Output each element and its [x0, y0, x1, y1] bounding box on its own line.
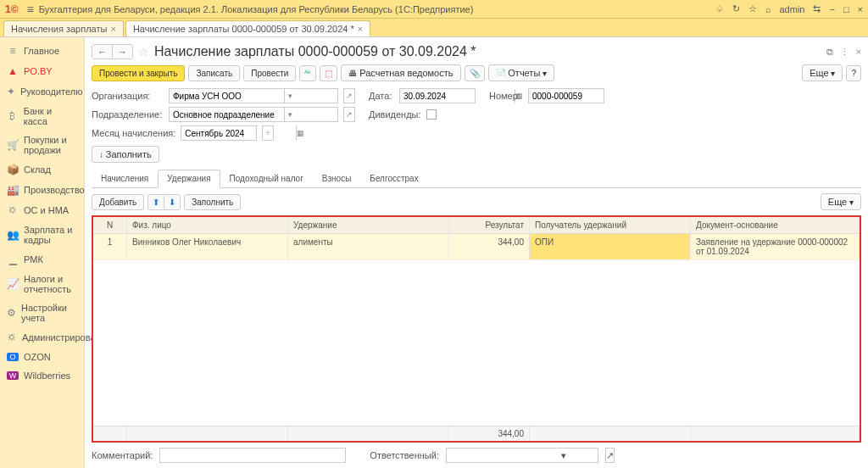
org-input-wrap: ▾ [169, 88, 338, 103]
row-podr: Подразделение: ▾ ↗ Дивиденды: [92, 105, 861, 124]
month-input[interactable] [181, 126, 296, 140]
more-icon[interactable]: ⋮ [840, 47, 849, 58]
th-uderzhanie[interactable]: Удержание [288, 217, 449, 233]
comment-row: Комментарий: Ответственный: ▾ ↗ [92, 443, 861, 468]
subtab-nachisleniya[interactable]: Начисления [92, 170, 158, 187]
month-stepper[interactable]: ÷ [262, 125, 274, 141]
content: ← → ☆ Начисление зарплаты 0000-000059 от… [85, 37, 868, 468]
open-resp-button[interactable]: ↗ [605, 448, 615, 463]
factory-icon: 🏭 [7, 184, 19, 196]
sidebar-item-settings[interactable]: ⚙Настройки учета [0, 298, 84, 327]
sidebar-item-ozon[interactable]: OOZON [0, 348, 84, 366]
sidebar-item-warehouse[interactable]: 📦Склад [0, 159, 84, 180]
nav-back-button[interactable]: ← [92, 45, 113, 58]
minimize-icon[interactable]: − [829, 4, 834, 14]
close-icon[interactable]: × [358, 24, 363, 34]
bank-icon: ₿ [7, 110, 19, 122]
resp-input[interactable] [447, 448, 561, 462]
search-icon[interactable]: ⌕ [765, 4, 771, 14]
number-input-wrap [528, 88, 604, 103]
sidebar-item-poby[interactable]: ▲PO.BY [0, 61, 84, 81]
dropdown-icon[interactable]: ▾ [284, 89, 296, 103]
cell-ud: алименты [288, 234, 449, 259]
dt-kt-button[interactable]: ᴬᵏ [299, 65, 316, 81]
fill-button[interactable]: ↓ Заполнить [92, 146, 159, 163]
tab-list[interactable]: Начисления зарплаты× [3, 20, 124, 36]
podr-input[interactable] [170, 108, 284, 121]
attach-button[interactable]: 📎 [465, 65, 485, 81]
month-input-wrap: ▦ [181, 125, 257, 141]
link-icon[interactable]: ⧉ [826, 47, 833, 58]
th-n[interactable]: N [93, 217, 127, 233]
maximize-icon[interactable]: □ [843, 4, 849, 14]
number-input[interactable] [529, 89, 643, 103]
sidebar-item-production[interactable]: 🏭Производство [0, 180, 84, 200]
tab-doc[interactable]: Начисление зарплаты 0000-000059 от 30.09… [125, 20, 370, 36]
rmk-icon: ▁ [7, 254, 19, 265]
comment-input[interactable] [160, 448, 275, 462]
ozon-icon: O [7, 353, 19, 361]
org-label: Организация: [92, 91, 164, 101]
fill-row: ↓ Заполнить [92, 142, 861, 166]
table-more-button[interactable]: Еще ▾ [821, 193, 861, 210]
th-fio[interactable]: Физ. лицо [127, 217, 288, 233]
close-icon[interactable]: × [858, 4, 863, 14]
history-icon[interactable]: ↻ [732, 3, 740, 14]
sidebar-item-bank[interactable]: ₿Банк и касса [0, 102, 84, 131]
add-button[interactable]: Добавить [92, 194, 144, 210]
open-org-button[interactable]: ↗ [343, 88, 355, 103]
zapisat-button[interactable]: Записать [188, 65, 240, 81]
date-input-wrap: ▦ [399, 88, 476, 103]
bell-icon[interactable]: ♤ [715, 3, 724, 14]
sidebar-item-os[interactable]: ⛭ОС и НМА [0, 200, 84, 220]
table: N Физ. лицо Удержание Результат Получате… [92, 215, 861, 443]
sidebar-item-wb[interactable]: WWildberries [0, 366, 84, 385]
star-icon[interactable]: ☆ [748, 3, 757, 14]
provesti-button[interactable]: Провести [243, 65, 296, 81]
settings-icon[interactable]: ⇆ [813, 3, 821, 14]
subtab-belgosstrakh[interactable]: Белгосстрах [360, 170, 427, 187]
nav-forward-button[interactable]: → [113, 45, 132, 58]
favorite-icon[interactable]: ☆ [138, 45, 149, 58]
poby-icon: ▲ [7, 65, 19, 77]
sidebar-item-rmk[interactable]: ▁РМК [0, 249, 84, 270]
tree-button[interactable]: ⬚ [320, 65, 337, 81]
th-poluchatel[interactable]: Получатель удержаний [530, 217, 691, 233]
sidebar-item-salary[interactable]: 👥Зарплата и кадры [0, 220, 84, 249]
th-result[interactable]: Результат [449, 217, 530, 233]
sidebar-item-tax[interactable]: 📈Налоги и отчетность [0, 270, 84, 298]
subtab-uderzhaniya[interactable]: Удержания [158, 170, 220, 188]
open-podr-button[interactable]: ↗ [343, 107, 355, 122]
close-icon[interactable]: × [110, 24, 115, 34]
table-row[interactable]: 1 Винников Олег Николаевич алименты 344,… [93, 234, 860, 260]
cell-fio: Винников Олег Николаевич [127, 234, 288, 259]
fill-table-button[interactable]: Заполнить [184, 194, 241, 210]
subtab-vznosy[interactable]: Взносы [313, 170, 361, 187]
dividend-checkbox[interactable] [426, 109, 437, 120]
provesti-zakryt-button[interactable]: Провести и закрыть [92, 65, 185, 81]
table-footer: 344,00 [93, 426, 860, 441]
menu-icon[interactable]: ≡ [27, 3, 34, 16]
subtab-podohodnyi[interactable]: Подоходный налог [220, 170, 313, 187]
app-title: Бухгалтерия для Беларуси, редакция 2.1. … [39, 4, 715, 14]
move-down-button[interactable]: ⬇ [164, 195, 180, 209]
user-label[interactable]: admin [780, 4, 805, 14]
otchety-button[interactable]: 📄 Отчеты ▾ [488, 64, 555, 81]
sidebar-item-manager[interactable]: ✦Руководителю [0, 81, 84, 102]
sidebar-item-main[interactable]: ≡Главное [0, 41, 84, 61]
sidebar-item-sales[interactable]: 🛒Покупки и продажи [0, 131, 84, 159]
calendar-icon[interactable]: ▦ [296, 126, 304, 140]
doc-header-actions: ⧉ ⋮ × [826, 47, 861, 58]
vedomost-button[interactable]: 🖶 Расчетная ведомость [341, 64, 460, 81]
more-button[interactable]: Еще ▾ [802, 64, 843, 81]
move-up-button[interactable]: ⬆ [148, 195, 164, 209]
dropdown-icon[interactable]: ▾ [561, 450, 566, 461]
dropdown-icon[interactable]: ▾ [284, 108, 296, 121]
tabs-row: Начисления зарплаты× Начисление зарплаты… [0, 19, 868, 37]
cell-pol[interactable]: ОПИ [530, 234, 691, 259]
close-doc-icon[interactable]: × [856, 47, 861, 58]
help-button[interactable]: ? [846, 65, 861, 81]
sidebar-item-admin[interactable]: ⛭Администрирование [0, 327, 84, 348]
th-doc[interactable]: Документ-основание [691, 217, 860, 233]
org-input[interactable] [170, 89, 284, 103]
